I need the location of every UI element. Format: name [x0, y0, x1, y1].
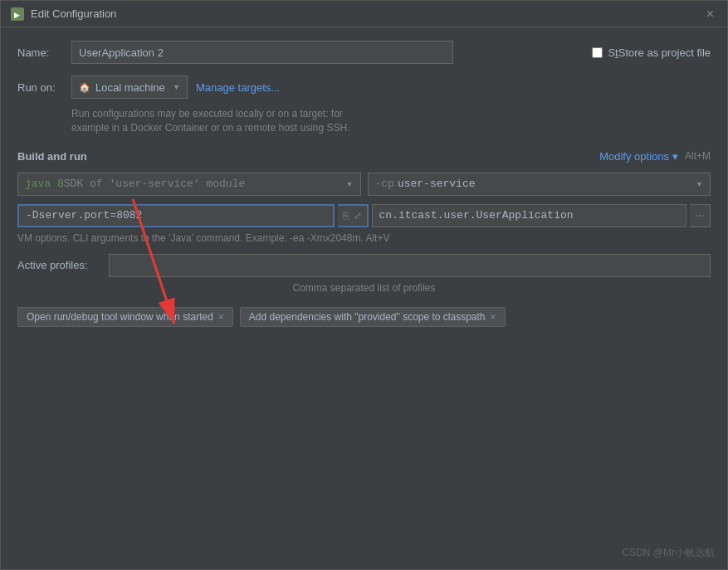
- watermark: CSDN @Mr小帆远航: [622, 546, 715, 560]
- dropdown-arrow-icon: ▼: [173, 83, 180, 91]
- name-row: Name: StStore as project file: [17, 41, 711, 64]
- vm-hint-text: VM options. CLI arguments to the 'Java' …: [17, 232, 711, 244]
- cp-prefix: -cp: [375, 178, 394, 190]
- tags-row: Open run/debug tool window when started …: [17, 307, 711, 327]
- cp-value: user-service: [398, 178, 476, 190]
- svg-text:▶: ▶: [14, 11, 20, 19]
- class-browse-icon[interactable]: ⋯: [693, 208, 706, 223]
- store-project-container: StStore as project file: [592, 46, 711, 59]
- run-hint-text: Run configurations may be executed local…: [71, 107, 711, 135]
- store-project-checkbox[interactable]: [592, 47, 603, 58]
- home-icon: 🏠: [79, 82, 90, 93]
- tag-0-label: Open run/debug tool window when started: [27, 311, 213, 323]
- sdk-dropdown-arrow-icon: ▼: [346, 180, 354, 188]
- machine-label: Local machine: [95, 81, 165, 94]
- modify-options-button[interactable]: Modify options ▾ Alt+M: [599, 150, 711, 163]
- modify-options-arrow-icon: ▾: [672, 150, 678, 163]
- sdk-dropdown[interactable]: java 8 SDK of 'user-service' module ▼: [17, 173, 361, 196]
- tag-1-label: Add dependencies with "provided" scope t…: [249, 311, 486, 323]
- active-profiles-row: Active profiles:: [17, 254, 711, 277]
- class-input-action: ⋯: [690, 204, 711, 227]
- tag-0: Open run/debug tool window when started …: [17, 307, 233, 327]
- cp-dropdown[interactable]: -cp user-service ▼: [368, 173, 711, 196]
- title-bar: ▶ Edit Configuration ×: [1, 1, 727, 27]
- sdk-name: java 8: [25, 178, 64, 190]
- profiles-hint-text: Comma separated list of profiles: [17, 282, 711, 294]
- name-input[interactable]: [71, 41, 453, 64]
- cp-dropdown-arrow-icon: ▼: [696, 180, 703, 188]
- class-input[interactable]: [372, 204, 687, 227]
- dialog-icon: ▶: [11, 7, 24, 21]
- close-button[interactable]: ×: [703, 7, 717, 22]
- vm-options-row: ⎘ ⤢ ⋯: [17, 204, 711, 227]
- run-on-label: Run on:: [17, 81, 63, 94]
- vm-options-input[interactable]: [17, 204, 335, 227]
- sdk-rest: SDK of 'user-service' module: [64, 178, 245, 190]
- modify-options-label: Modify options: [599, 150, 669, 163]
- vm-copy-icon[interactable]: ⎘: [341, 208, 350, 223]
- sdk-row: java 8 SDK of 'user-service' module ▼ -c…: [17, 173, 711, 196]
- tag-1: Add dependencies with "provided" scope t…: [240, 307, 506, 327]
- name-label: Name:: [17, 46, 63, 59]
- section-header: Build and run Modify options ▾ Alt+M: [17, 150, 711, 163]
- store-project-label: StStore as project file: [608, 46, 711, 59]
- profiles-label: Active profiles:: [17, 259, 100, 271]
- section-title: Build and run: [17, 150, 87, 163]
- vm-input-actions: ⎘ ⤢: [338, 204, 369, 227]
- modify-options-shortcut: Alt+M: [685, 150, 711, 162]
- run-on-row: Run on: 🏠 Local machine ▼ Manage targets…: [17, 76, 711, 99]
- vm-expand-icon[interactable]: ⤢: [352, 208, 364, 223]
- run-on-dropdown[interactable]: 🏠 Local machine ▼: [71, 76, 188, 99]
- tag-0-close[interactable]: ×: [218, 312, 224, 322]
- tag-1-close[interactable]: ×: [491, 312, 496, 322]
- manage-targets-link[interactable]: Manage targets...: [196, 81, 280, 94]
- profiles-input[interactable]: [109, 254, 711, 277]
- dialog-title: Edit Configuration: [31, 7, 116, 20]
